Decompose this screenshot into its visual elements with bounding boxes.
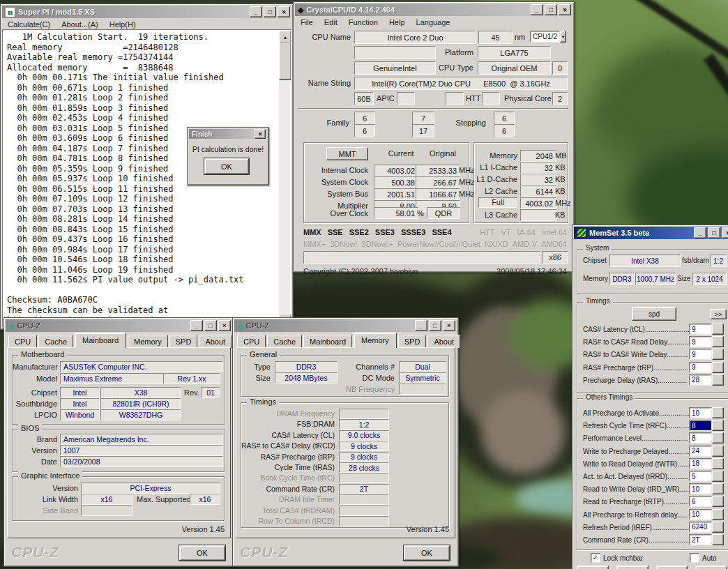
- lock-mchbar-checkbox[interactable]: ✓: [591, 553, 600, 563]
- memset-timing-combo[interactable]: 8: [689, 420, 724, 431]
- menu-item[interactable]: File: [301, 18, 313, 26]
- memset-timing-label: Command Rate (CR)......................: [583, 536, 689, 544]
- memset-timing-combo[interactable]: 9: [689, 362, 724, 373]
- timing-row-label: Command Rate (CR): [241, 485, 335, 493]
- clock-original-value: 2533.33: [416, 165, 460, 176]
- size-label: Size: [241, 374, 271, 382]
- close-icon[interactable]: ×: [443, 320, 455, 331]
- memset-timing-label: RAS# Precharge (tRP)..................: [583, 364, 689, 372]
- memset-timing-combo[interactable]: 6240: [689, 522, 724, 533]
- close-icon[interactable]: ×: [218, 320, 231, 331]
- close-icon[interactable]: ×: [255, 129, 266, 139]
- expand-button[interactable]: >>: [710, 309, 727, 319]
- menu-item[interactable]: About...(A): [61, 20, 98, 29]
- maximize-icon[interactable]: □: [264, 6, 276, 17]
- minimize-icon[interactable]: _: [694, 227, 706, 238]
- menu-item[interactable]: Help: [389, 18, 405, 26]
- tab[interactable]: SPD: [169, 335, 198, 348]
- memset-button[interactable]: Apply: [577, 566, 609, 569]
- minimize-icon[interactable]: _: [531, 4, 543, 15]
- ok-button[interactable]: OK: [404, 545, 450, 561]
- superpi-output-line: 0h 00m 00.671s Loop 1 finished: [7, 83, 277, 93]
- memset-timing-combo[interactable]: 2T: [689, 534, 724, 545]
- memset-timing-combo[interactable]: 9: [689, 324, 724, 335]
- memset-timing-combo[interactable]: 9: [689, 336, 724, 347]
- tab[interactable]: CPU: [8, 335, 37, 348]
- tab[interactable]: Memory: [128, 335, 168, 348]
- maximize-icon[interactable]: □: [204, 320, 217, 331]
- memset-timing-combo[interactable]: 24: [689, 446, 724, 457]
- close-icon[interactable]: ×: [722, 227, 728, 238]
- finish-titlebar[interactable]: Finish ×: [189, 129, 267, 139]
- close-icon[interactable]: ×: [278, 6, 290, 17]
- memset-timing-combo[interactable]: 5: [689, 471, 724, 482]
- apic-value: [397, 92, 415, 105]
- memset-chipset-value: Intel X38: [609, 255, 681, 267]
- memset-timing-combo[interactable]: 8: [689, 432, 724, 443]
- arch-value: x86: [542, 251, 568, 264]
- separator: [298, 108, 568, 109]
- scrollbar-thumb[interactable]: [279, 43, 291, 80]
- motherboard-group: Motherboard Manufacturer ASUSTeK Compute…: [12, 355, 225, 425]
- cpuz-titlebar[interactable]: ◆ CPU-Z _ □ ×: [234, 319, 457, 332]
- memset-button[interactable]: About: [656, 566, 688, 569]
- maximize-icon[interactable]: □: [708, 227, 720, 238]
- memset-size-value: 2 x 1024: [692, 273, 727, 285]
- tab[interactable]: Mainboard: [75, 333, 126, 348]
- menu-item[interactable]: Language: [416, 18, 450, 26]
- memset-button[interactable]: Save: [616, 566, 649, 569]
- ok-button[interactable]: OK: [204, 158, 249, 174]
- memset-timing-label: RAS# to CAS# Write Delay...........: [583, 351, 689, 358]
- memset-timing-combo[interactable]: 10: [689, 509, 724, 520]
- memory-freq-value: 1000,7 MHz: [635, 273, 676, 285]
- mmt-button[interactable]: MMT: [326, 147, 368, 160]
- minimize-icon[interactable]: _: [190, 320, 203, 331]
- scroll-up-icon[interactable]: ▲: [279, 31, 291, 43]
- feature-flag: VT: [501, 228, 511, 236]
- cpu-select-combo[interactable]: CPU1/2 ▼: [530, 31, 566, 43]
- memset-timing-combo[interactable]: 18: [689, 458, 724, 469]
- spd-button[interactable]: spd: [632, 307, 676, 321]
- memset-timing-combo[interactable]: 9: [689, 349, 724, 360]
- memset-timing-combo[interactable]: 28: [689, 374, 724, 386]
- maximize-icon[interactable]: □: [545, 4, 557, 15]
- memset-timing-combo[interactable]: 6: [689, 496, 724, 507]
- crystalcpuid-titlebar[interactable]: ◆ CrystalCPUID 4.14.2.404 _ □ ×: [295, 3, 572, 16]
- cpuz-tab-page: Motherboard Manufacturer ASUSTeK Compute…: [7, 347, 231, 538]
- memset-timing-combo[interactable]: 10: [689, 407, 724, 418]
- menu-item[interactable]: Function: [349, 18, 378, 26]
- feature-string-field: [303, 251, 540, 264]
- menu-item[interactable]: Edit: [324, 18, 338, 26]
- overclock-label: Over Clock: [304, 209, 368, 218]
- tab[interactable]: About: [199, 335, 232, 348]
- superpi-output-line: 1M Calculation Start. 19 iterations.: [7, 32, 277, 43]
- memset-timing-combo[interactable]: 10: [689, 483, 724, 494]
- menu-item[interactable]: Calculate(C): [8, 20, 50, 29]
- memory-type-value: DDR3: [609, 273, 635, 285]
- vertical-scrollbar[interactable]: ▲ ▼: [279, 31, 290, 326]
- ok-button[interactable]: OK: [179, 545, 225, 561]
- tab[interactable]: CPU: [237, 335, 266, 348]
- minimize-icon[interactable]: _: [250, 6, 262, 17]
- close-icon[interactable]: ×: [559, 4, 571, 15]
- cpuz-titlebar[interactable]: ◆ CPU-Z _ □ ×: [6, 319, 232, 332]
- maximize-icon[interactable]: □: [429, 320, 441, 331]
- tab[interactable]: SPD: [398, 335, 427, 348]
- tab[interactable]: Mainboard: [303, 335, 352, 348]
- superpi-titlebar[interactable]: π Super PI / mod1.5 XS _ □ ×: [2, 6, 291, 18]
- minimize-icon[interactable]: _: [415, 320, 427, 331]
- memset-titlebar[interactable]: MemSet 3.5 beta _ □ ×: [574, 227, 728, 239]
- tab[interactable]: Cache: [267, 335, 302, 348]
- auto-checkbox[interactable]: [690, 553, 699, 563]
- memset-timing-value: 8: [689, 420, 712, 431]
- system-group: System Chipset Intel X38 fsb/dram 1:2 Me…: [577, 249, 728, 294]
- tab[interactable]: About: [427, 335, 460, 348]
- menu-item[interactable]: Help(H): [109, 20, 136, 29]
- memset-timing-label: Performance Level.......................…: [583, 434, 689, 442]
- tab[interactable]: Cache: [38, 335, 73, 348]
- tab[interactable]: Memory: [354, 333, 397, 348]
- memset-button[interactable]: Exit: [695, 566, 727, 569]
- finish-title: Finish: [192, 130, 212, 138]
- group-caption: Graphic Interface: [18, 471, 82, 480]
- original-col-label: Original: [423, 149, 463, 158]
